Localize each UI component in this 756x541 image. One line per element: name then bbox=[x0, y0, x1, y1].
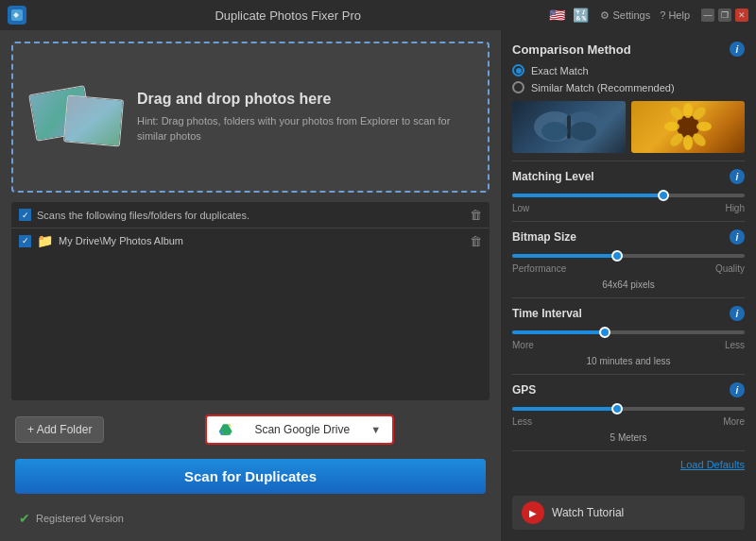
folder-item-checkbox[interactable]: ✓ bbox=[19, 235, 31, 247]
time-interval-title: Time Interval i bbox=[512, 306, 745, 321]
similar-match-option[interactable]: Similar Match (Recommended) bbox=[512, 81, 745, 93]
butterfly-thumbnail bbox=[512, 101, 626, 153]
svg-point-8 bbox=[683, 135, 693, 150]
svg-point-9 bbox=[664, 122, 679, 131]
time-interval-section: Time Interval i More Less 10 minutes and… bbox=[512, 306, 745, 366]
divider-3 bbox=[512, 297, 745, 298]
bottom-controls: + Add Folder Scan Google Drive ▼ bbox=[11, 410, 490, 449]
title-bar: Duplicate Photos Fixer Pro 🇺🇸 🔣 ⚙ Settin… bbox=[0, 0, 756, 30]
registered-icon: ✔ bbox=[19, 511, 30, 526]
time-interval-thumb[interactable] bbox=[599, 327, 610, 338]
thumbnails-row bbox=[512, 101, 745, 153]
status-bar: ✔ Registered Version bbox=[11, 507, 490, 530]
matching-level-labels: Low High bbox=[512, 203, 745, 213]
time-interval-center-label: 10 minutes and less bbox=[512, 356, 745, 366]
load-defaults-link[interactable]: Load Defaults bbox=[512, 459, 745, 470]
drop-zone-text: Drag and drop photos here Hint: Drag pho… bbox=[137, 91, 469, 144]
bitmap-size-info-icon[interactable]: i bbox=[730, 229, 745, 245]
app-icon bbox=[8, 6, 26, 25]
comparison-info-icon[interactable]: i bbox=[730, 42, 745, 57]
minimize-button[interactable]: — bbox=[701, 8, 714, 22]
bitmap-size-fill bbox=[512, 254, 617, 258]
matching-level-section: Matching Level i Low High bbox=[512, 169, 745, 213]
svg-point-4 bbox=[541, 122, 568, 141]
bitmap-size-labels: Performance Quality bbox=[512, 263, 745, 274]
app-title: Duplicate Photos Fixer Pro bbox=[34, 8, 541, 23]
matching-level-fill bbox=[512, 194, 663, 197]
flag-icon: 🇺🇸 bbox=[549, 8, 565, 23]
gps-section: GPS i Less More 5 Meters bbox=[512, 382, 745, 443]
exact-match-option[interactable]: Exact Match bbox=[512, 64, 745, 76]
svg-rect-3 bbox=[567, 115, 571, 139]
scan-button-row: Scan for Duplicates bbox=[11, 459, 490, 498]
left-panel: Drag and drop photos here Hint: Drag pho… bbox=[0, 30, 501, 541]
exact-match-label: Exact Match bbox=[531, 65, 589, 76]
titlebar-controls: 🇺🇸 🔣 ⚙ Settings ? Help — ❐ ✕ bbox=[549, 8, 748, 23]
dropdown-arrow-icon[interactable]: ▼ bbox=[370, 424, 381, 435]
bitmap-size-thumb[interactable] bbox=[611, 250, 623, 262]
delete-all-icon[interactable]: 🗑 bbox=[470, 208, 482, 222]
gps-center-label: 5 Meters bbox=[512, 432, 745, 443]
divider-4 bbox=[512, 374, 745, 375]
svg-point-10 bbox=[696, 122, 712, 131]
drop-zone-heading: Drag and drop photos here bbox=[137, 91, 469, 108]
folder-list-header: ✓ Scans the following files/folders for … bbox=[11, 202, 490, 228]
folder-icon: 📁 bbox=[37, 233, 53, 248]
google-drive-label: Scan Google Drive bbox=[254, 423, 350, 436]
bitmap-size-slider[interactable] bbox=[512, 254, 745, 258]
bitmap-size-center-label: 64x64 pixels bbox=[512, 279, 745, 290]
matching-level-title: Matching Level i bbox=[512, 169, 745, 184]
photo-icon-2 bbox=[63, 94, 124, 146]
gps-fill bbox=[512, 407, 617, 411]
right-panel: Comparison Method i Exact Match Similar … bbox=[501, 30, 756, 541]
time-interval-slider[interactable] bbox=[512, 330, 745, 334]
google-drive-icon bbox=[218, 422, 233, 437]
gps-info-icon[interactable]: i bbox=[730, 382, 745, 397]
main-container: Drag and drop photos here Hint: Drag pho… bbox=[0, 30, 756, 541]
bitmap-size-title: Bitmap Size i bbox=[512, 229, 745, 245]
comparison-radio-group: Exact Match Similar Match (Recommended) bbox=[512, 64, 745, 93]
drop-zone-hint: Hint: Drag photos, folders with your pho… bbox=[137, 113, 469, 144]
svg-point-5 bbox=[570, 122, 596, 141]
add-folder-button[interactable]: + Add Folder bbox=[15, 416, 104, 443]
divider-1 bbox=[512, 161, 745, 161]
restore-button[interactable]: ❐ bbox=[718, 8, 731, 22]
scan-google-drive-button[interactable]: Scan Google Drive ▼ bbox=[205, 414, 394, 445]
delete-folder-icon[interactable]: 🗑 bbox=[470, 234, 482, 248]
divider-2 bbox=[512, 221, 745, 222]
play-icon: ▶ bbox=[522, 501, 544, 524]
watch-tutorial-button[interactable]: ▶ Watch Tutorial bbox=[512, 496, 745, 530]
sunflower-thumbnail bbox=[631, 101, 745, 153]
gps-labels: Less More bbox=[512, 416, 745, 427]
time-interval-info-icon[interactable]: i bbox=[730, 306, 745, 321]
comparison-method-title: Comparison Method i bbox=[512, 42, 745, 57]
gps-slider[interactable] bbox=[512, 407, 745, 411]
registered-label: Registered Version bbox=[36, 513, 124, 524]
time-interval-fill bbox=[512, 330, 605, 334]
folder-list-container: ✓ Scans the following files/folders for … bbox=[11, 202, 490, 400]
settings-link[interactable]: ⚙ Settings bbox=[600, 9, 650, 22]
matching-level-info-icon[interactable]: i bbox=[730, 169, 745, 184]
similar-match-radio[interactable] bbox=[512, 81, 524, 93]
folder-list-checkbox[interactable]: ✓ bbox=[19, 209, 31, 221]
drop-zone-images bbox=[32, 90, 122, 144]
svg-point-7 bbox=[683, 103, 693, 118]
matching-level-slider[interactable] bbox=[512, 194, 745, 197]
gps-title: GPS i bbox=[512, 382, 745, 397]
divider-5 bbox=[512, 450, 745, 451]
folder-item-label: My Drive\My Photos Album bbox=[59, 235, 464, 246]
folder-item: ✓ 📁 My Drive\My Photos Album 🗑 bbox=[11, 228, 490, 253]
help-link[interactable]: ? Help bbox=[660, 9, 690, 21]
gps-thumb[interactable] bbox=[611, 403, 623, 414]
time-interval-labels: More Less bbox=[512, 340, 745, 350]
scan-duplicates-button[interactable]: Scan for Duplicates bbox=[15, 459, 486, 494]
exact-match-radio[interactable] bbox=[512, 64, 524, 76]
watch-tutorial-label: Watch Tutorial bbox=[552, 506, 624, 519]
similar-match-label: Similar Match (Recommended) bbox=[531, 82, 675, 93]
matching-level-thumb[interactable] bbox=[658, 190, 669, 201]
flag2-icon: 🔣 bbox=[573, 8, 589, 23]
folder-list-header-label: Scans the following files/folders for du… bbox=[37, 210, 464, 221]
drop-zone[interactable]: Drag and drop photos here Hint: Drag pho… bbox=[11, 42, 490, 193]
bitmap-size-section: Bitmap Size i Performance Quality 64x64 … bbox=[512, 229, 745, 290]
close-button[interactable]: ✕ bbox=[735, 8, 748, 22]
